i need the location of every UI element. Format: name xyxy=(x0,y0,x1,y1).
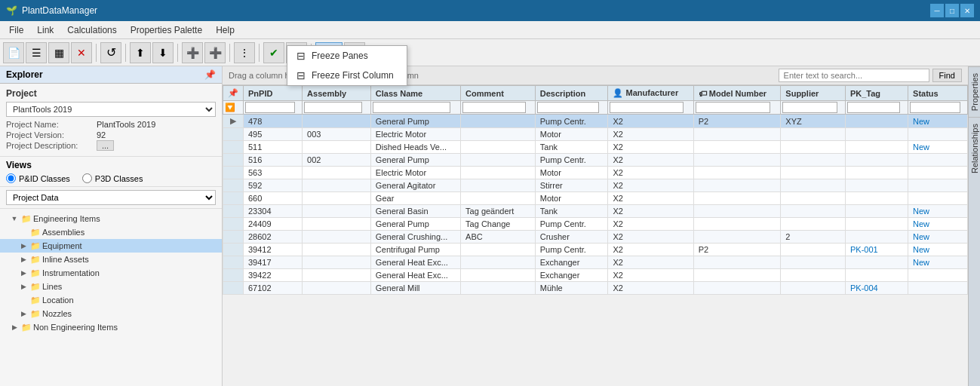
tree-item-instrumentation[interactable]: ▶ 📁 Instrumentation xyxy=(0,266,222,280)
find-button[interactable]: Find xyxy=(932,69,962,82)
menu-link[interactable]: Link xyxy=(31,23,60,37)
dots-button[interactable]: ⋮ xyxy=(234,42,255,63)
menu-help[interactable]: Help xyxy=(210,23,241,37)
col-pnpid[interactable]: PnPID xyxy=(244,86,303,101)
filter-pin-icon: 🔽 xyxy=(225,103,235,112)
pid-classes-radio[interactable]: P&ID Classes xyxy=(6,173,70,183)
freeze-first-column-item[interactable]: ⊟ Freeze First Column xyxy=(287,66,407,85)
tree-item-equipment[interactable]: ▶ 📁 Equipment xyxy=(0,239,222,253)
col-pktag[interactable]: PK_Tag xyxy=(845,86,908,101)
inline-folder-icon: 📁 xyxy=(30,255,41,265)
table-row[interactable]: 23304General BasinTag geändertTankX2New xyxy=(223,205,968,218)
close-button[interactable]: ✕ xyxy=(960,4,974,17)
import-down-button[interactable]: ⬇ xyxy=(152,42,174,63)
table-row[interactable]: 24409General PumpTag ChangePump Centr.X2… xyxy=(223,218,968,231)
assemblies-folder-icon: 📁 xyxy=(30,228,41,237)
tree-item-location[interactable]: 📁 Location xyxy=(0,293,222,307)
sep2 xyxy=(125,44,126,62)
project-label: Project xyxy=(6,88,216,99)
table-row[interactable]: 39417General Heat Exc...ExchangerX2New xyxy=(223,256,968,269)
add2-button[interactable]: ➕ xyxy=(204,42,226,63)
filter-manufacturer[interactable] xyxy=(610,102,683,113)
instrumentation-label: Instrumentation xyxy=(42,268,100,277)
table-row[interactable]: 660GearMotorX2 xyxy=(223,192,968,205)
table-row[interactable]: 39422General Heat Exc...ExchangerX2 xyxy=(223,269,968,282)
table-row[interactable]: ▶478General PumpPump Centr.X2P2XYZNew xyxy=(223,115,968,128)
desc-expand-btn[interactable]: ... xyxy=(97,140,114,151)
engineering-folder-icon: 📁 xyxy=(21,214,32,224)
tree-item-engineering[interactable]: ▼ 📁 Engineering Items xyxy=(0,212,222,225)
tree-item-assemblies[interactable]: 📁 Assemblies xyxy=(0,225,222,239)
close-x-button[interactable]: ✕ xyxy=(71,42,92,63)
filter-comment[interactable] xyxy=(462,102,526,113)
check-button[interactable]: ✔ xyxy=(263,42,284,63)
add-button[interactable]: ➕ xyxy=(182,42,203,63)
import-up-button[interactable]: ⬆ xyxy=(130,42,151,63)
minimize-button[interactable]: ─ xyxy=(930,4,944,17)
new-button[interactable]: 📄 xyxy=(3,42,24,63)
data-grid-wrapper[interactable]: 📌 PnPID Assembly Class Name Comment Desc… xyxy=(223,85,968,386)
search-box: Find xyxy=(779,69,962,82)
menu-calculations[interactable]: Calculations xyxy=(61,23,122,37)
filter-description[interactable] xyxy=(537,102,600,113)
filter-modelnumber[interactable] xyxy=(696,102,771,113)
menu-file[interactable]: File xyxy=(3,23,29,37)
table-row[interactable]: 28602General Crushing...ABCCrusherX22New xyxy=(223,231,968,244)
col-supplier[interactable]: Supplier xyxy=(781,86,846,101)
table-row[interactable]: 516002General PumpPump Centr.X2 xyxy=(223,154,968,167)
table-row[interactable]: 592General AgitatorStirrerX2 xyxy=(223,179,968,192)
filter-pnpid-cell xyxy=(244,101,303,115)
p3d-classes-radio[interactable]: P3D Classes xyxy=(82,173,143,183)
explorer-header: Explorer 📌 xyxy=(0,66,222,84)
location-expand-icon xyxy=(18,295,29,305)
app-title: PlantDataManager xyxy=(22,5,97,16)
refresh-button[interactable]: ↺ xyxy=(100,42,121,63)
col-manufacturer[interactable]: 👤 Manufacturer xyxy=(608,86,693,101)
col-description[interactable]: Description xyxy=(535,86,608,101)
restore-button[interactable]: □ xyxy=(945,4,959,17)
filter-pnpid[interactable] xyxy=(245,102,295,113)
list-button[interactable]: ☰ xyxy=(26,42,47,63)
pin-icon: 📌 xyxy=(204,69,216,80)
filter-pktag[interactable] xyxy=(847,102,900,113)
properties-tab[interactable]: Properties xyxy=(969,66,980,117)
col-assembly[interactable]: Assembly xyxy=(303,86,371,101)
assemblies-expand-icon xyxy=(18,227,29,237)
lines-label: Lines xyxy=(42,282,62,291)
nozzles-expand-icon: ▶ xyxy=(18,308,29,319)
col-comment[interactable]: Comment xyxy=(461,86,536,101)
properties-sidebar: Properties Relationships xyxy=(968,66,980,386)
table-row[interactable]: 563Electric MotorMotorX2 xyxy=(223,167,968,179)
tree-item-nonengineering[interactable]: ▶ 📁 Non Engineering Items xyxy=(0,320,222,334)
project-select[interactable]: PlantTools 2019 xyxy=(6,102,216,117)
table-row[interactable]: 495003Electric MotorMotorX2 xyxy=(223,128,968,141)
table-row[interactable]: 511Dished Heads Ve...TankX2New xyxy=(223,141,968,154)
table-row[interactable]: 67102General MillMühleX2PK-004 xyxy=(223,282,968,295)
grid-button[interactable]: ▦ xyxy=(48,42,69,63)
col-status[interactable]: Status xyxy=(908,86,968,101)
project-name-label: Project Name: xyxy=(6,120,97,129)
location-label: Location xyxy=(42,296,74,305)
tree-section: ▼ 📁 Engineering Items 📁 Assemblies ▶ 📁 E… xyxy=(0,209,222,386)
title-bar-controls: ─ □ ✕ xyxy=(930,4,974,17)
filter-supplier[interactable] xyxy=(782,102,837,113)
grid-body: ▶478General PumpPump Centr.X2P2XYZNew495… xyxy=(223,115,968,295)
freeze-panes-item[interactable]: ⊟ Freeze Panes xyxy=(287,46,407,66)
col-pin: 📌 xyxy=(223,86,244,101)
filter-assembly[interactable] xyxy=(304,102,362,113)
search-input[interactable] xyxy=(779,69,929,82)
col-classname[interactable]: Class Name xyxy=(370,86,460,101)
col-modelnumber[interactable]: 🏷 Model Number xyxy=(693,86,781,101)
menu-properties-palette[interactable]: Properties Palette xyxy=(124,23,208,37)
relationships-tab[interactable]: Relationships xyxy=(969,117,980,179)
tree-item-inline[interactable]: ▶ 📁 Inline Assets xyxy=(0,253,222,266)
menu-bar: File Link Calculations Properties Palett… xyxy=(0,21,980,39)
filter-classname[interactable] xyxy=(373,102,450,113)
instrumentation-expand-icon: ▶ xyxy=(18,268,29,278)
tree-item-lines[interactable]: ▶ 📁 Lines xyxy=(0,280,222,293)
tree-item-nozzles[interactable]: ▶ 📁 Nozzles xyxy=(0,307,222,320)
table-row[interactable]: 39412Centrifugal PumpPump Centr.X2P2PK-0… xyxy=(223,244,968,256)
filter-status[interactable] xyxy=(910,102,960,113)
project-data-select[interactable]: Project Data xyxy=(6,190,216,205)
title-bar-left: 🌱 PlantDataManager xyxy=(6,5,97,16)
